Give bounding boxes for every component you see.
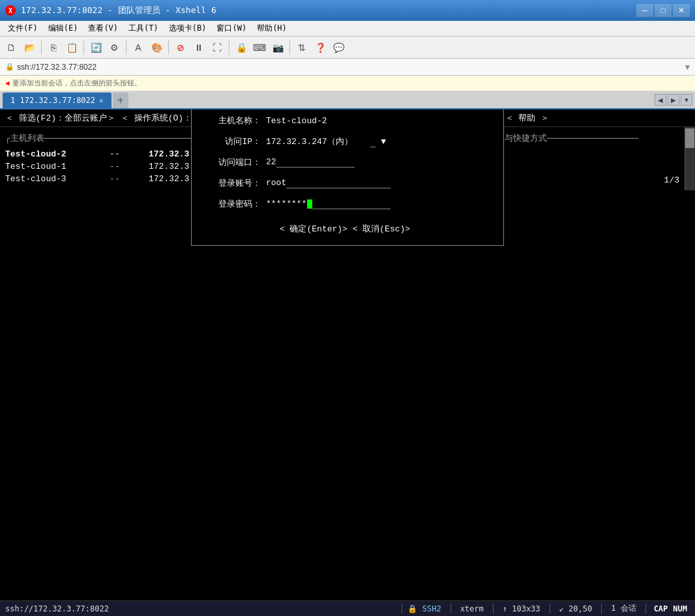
dialog-ip-label: 访问IP： [202, 136, 261, 147]
tb-sep-6 [289, 40, 290, 55]
tb-sep-4 [168, 40, 169, 55]
dialog-ip-dropdown[interactable]: ▼ [381, 137, 386, 147]
status-num: NUM [670, 604, 690, 613]
host-name-3: Test-cloud-3 [5, 174, 96, 184]
terminal[interactable]: ＜ 筛选(F2)：全部云账户＞ ＜ 操作系统(O)：全部＞ ＜ 查找(F3)： … [0, 110, 695, 600]
status-address: ssh://172.32.3.77:8022 [5, 604, 396, 613]
toolbar: 🗋 📂 ⎘ 📋 🔄 ⚙ A 🎨 ⊘ ⏸ ⛶ 🔒 ⌨ 📷 ⇅ ❓ 💬 [0, 37, 695, 59]
tab-close-icon[interactable]: ✕ [99, 96, 104, 105]
filter-help[interactable]: ＜ 帮助 ＞ [505, 113, 550, 123]
host-dash-1: -- [110, 149, 136, 159]
tab-next-button[interactable]: ▶ [668, 94, 679, 106]
dialog-password-field[interactable]: ******** [266, 199, 391, 209]
session-hint: ◀ 要添加当前会话，点击左侧的箭头按钮。 [0, 76, 695, 91]
status-sep-4 [550, 604, 550, 614]
page-indicator: 1/3 [664, 175, 679, 185]
dialog-port-label: 访问端口： [202, 156, 261, 168]
address-dropdown-arrow[interactable]: ▼ [685, 63, 690, 72]
dialog-login-label: 登录账号： [202, 177, 261, 189]
session-hint-text: 要添加当前会话，点击左侧的箭头按钮。 [12, 78, 141, 88]
status-sep-1 [402, 604, 402, 614]
dialog-port-field[interactable]: 22 [266, 157, 355, 168]
dialog-ip-value: 172.32.3.247（内） ▼ [266, 136, 386, 147]
menu-file[interactable]: 文件(F) [3, 21, 43, 36]
menu-window[interactable]: 窗口(W) [211, 21, 252, 36]
dialog-cancel-button[interactable]: < 取消(Esc)> [353, 224, 410, 234]
tb-open[interactable]: 📂 [21, 39, 38, 56]
tab-label: 1 172.32.3.77:8022 [10, 96, 95, 105]
status-size-icon: ↑ [503, 604, 507, 613]
status-protocol-icon: 🔒 [407, 604, 417, 613]
restore-button[interactable]: □ [655, 4, 672, 17]
menu-view[interactable]: 查看(V) [83, 21, 123, 36]
lock-icon: 🔒 [5, 63, 14, 71]
tb-help[interactable]: ❓ [312, 39, 329, 56]
dialog-cursor [307, 199, 312, 209]
tb-copy[interactable]: ⎘ [45, 39, 62, 56]
minimize-button[interactable]: ─ [636, 4, 653, 17]
tb-chat[interactable]: 💬 [330, 39, 347, 56]
status-position-icon: ↙ [559, 604, 564, 613]
address-bar: 🔒 ▼ [0, 59, 695, 76]
status-position: ↙ 20,50 [555, 604, 597, 613]
tb-color[interactable]: 🎨 [148, 39, 165, 56]
status-sep-2 [451, 604, 451, 614]
status-term: xterm [456, 604, 488, 613]
tb-lock[interactable]: 🔒 [233, 39, 250, 56]
dialog-confirm-button[interactable]: < 确定(Enter)> [280, 224, 348, 234]
status-bar: ssh://172.32.3.77:8022 🔒 SSH2 xterm ↑ 10… [0, 600, 695, 616]
dialog-footer: < 确定(Enter)> < 取消(Esc)> [202, 223, 488, 235]
dialog-hostname-label: 主机名称： [202, 115, 261, 126]
close-button[interactable]: ✕ [673, 4, 690, 17]
tb-new-session[interactable]: 🗋 [3, 39, 20, 56]
tab-menu-button[interactable]: ▼ [681, 94, 692, 106]
menu-tools[interactable]: 工具(T) [123, 21, 164, 36]
host-dash-2: -- [110, 162, 136, 171]
menu-help[interactable]: 帮助(H) [252, 21, 292, 36]
hint-arrow-icon: ◀ [5, 79, 10, 87]
dialog-ip-row: 访问IP： 172.32.3.247（内） ▼ [202, 136, 488, 147]
tab-nav-buttons: ◀ ▶ ▼ [655, 94, 692, 106]
host-name-2: Test-cloud-1 [5, 162, 96, 171]
tab-prev-button[interactable]: ◀ [655, 94, 666, 106]
host-dash-3: -- [110, 174, 136, 184]
dialog-login-row: 登录账号： root [202, 177, 488, 189]
tb-font[interactable]: A [130, 39, 147, 56]
filter-cloud-account[interactable]: ＜ 筛选(F2)：全部云账户＞ [5, 113, 115, 123]
scrollbar[interactable] [685, 127, 695, 190]
tab-active[interactable]: 1 172.32.3.77:8022 ✕ [3, 93, 111, 108]
tb-sep-3 [126, 40, 126, 55]
tb-stop[interactable]: ⊘ [172, 39, 189, 56]
tb-sep-1 [41, 40, 42, 55]
scrollbar-thumb[interactable] [685, 128, 694, 148]
address-input[interactable] [17, 63, 685, 72]
dialog-password-row: 登录密码： ******** [202, 198, 488, 210]
app-icon: X [5, 5, 16, 16]
tb-pause[interactable]: ⏸ [190, 39, 207, 56]
tb-transfer[interactable]: ⇅ [293, 39, 310, 56]
tb-fullscreen[interactable]: ⛶ [209, 39, 226, 56]
menu-tabs[interactable]: 选项卡(B) [164, 21, 212, 36]
tb-sep-2 [83, 40, 84, 55]
tb-settings[interactable]: ⚙ [106, 39, 123, 56]
tb-snapshot[interactable]: 📷 [269, 39, 286, 56]
status-sep-5 [601, 604, 602, 614]
quick-access-dialog[interactable]: ┌快速访问───────────────────────────────────… [191, 110, 504, 246]
window-title: 172.32.3.77:8022 - 团队管理员 - Xshell 6 [21, 5, 636, 16]
menu-bar: 文件(F) 编辑(E) 查看(V) 工具(T) 选项卡(B) 窗口(W) 帮助(… [0, 21, 695, 37]
tb-sep-5 [229, 40, 229, 55]
status-size: ↑ 103x33 [499, 604, 544, 613]
tb-paste[interactable]: 📋 [63, 39, 80, 56]
status-sep-3 [493, 604, 494, 614]
dialog-hostname-row: 主机名称： Test-cloud-2 [202, 115, 488, 126]
new-tab-button[interactable]: + [113, 93, 128, 108]
dialog-login-field[interactable]: root [266, 178, 391, 188]
host-name-1: Test-cloud-2 [5, 149, 96, 159]
tb-keyboard[interactable]: ⌨ [251, 39, 268, 56]
main-area: ＜ 筛选(F2)：全部云账户＞ ＜ 操作系统(O)：全部＞ ＜ 查找(F3)： … [0, 110, 695, 600]
status-sep-6 [645, 604, 646, 614]
tb-refresh[interactable]: 🔄 [87, 39, 104, 56]
menu-edit[interactable]: 编辑(E) [43, 21, 83, 36]
title-bar: X 172.32.3.77:8022 - 团队管理员 - Xshell 6 ─ … [0, 0, 695, 21]
dialog-port-row: 访问端口： 22 [202, 156, 488, 168]
